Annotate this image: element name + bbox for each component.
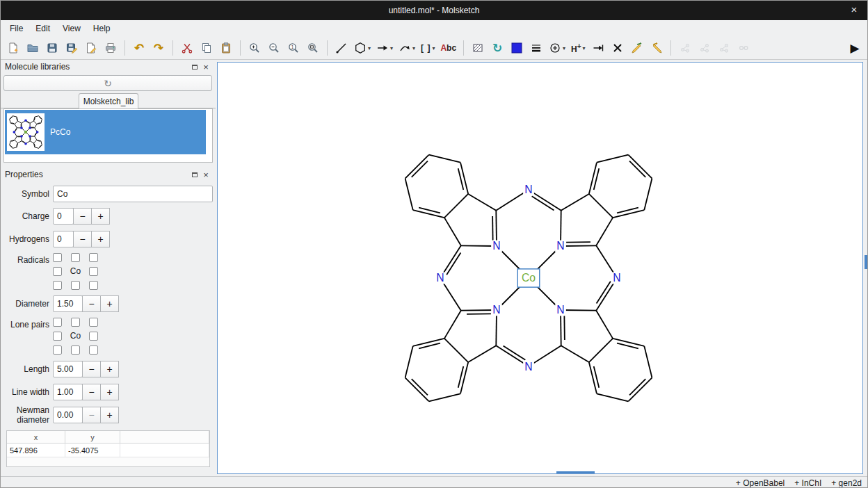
line-width-input[interactable]	[53, 384, 83, 400]
menu-help[interactable]: Help	[87, 22, 117, 35]
chevron-down-icon[interactable]: ▾	[432, 45, 435, 51]
drawing-canvas[interactable]: CoNNNNNNNN	[217, 62, 863, 474]
properties-dock-float-button[interactable]	[189, 170, 200, 179]
chevron-down-icon[interactable]: ▾	[583, 45, 586, 51]
copy-button[interactable]	[198, 38, 216, 58]
newman-increment-button[interactable]: +	[100, 407, 119, 423]
line-width-decrement-button[interactable]: −	[82, 384, 101, 400]
radical-checkbox[interactable]	[53, 253, 62, 262]
molecule-drawing: CoNNNNNNNN	[218, 63, 862, 473]
bracket-tool[interactable]: [ ]▾	[419, 38, 437, 58]
bond-modify-up-tool[interactable]	[628, 38, 646, 58]
radical-checkbox[interactable]	[53, 281, 62, 290]
toolbar-overflow-button[interactable]: ▶	[846, 38, 864, 58]
library-refresh-button[interactable]: ↻	[3, 75, 212, 91]
canvas-vertical-scrollbar[interactable]	[865, 255, 867, 269]
hydrogens-input[interactable]	[53, 231, 74, 247]
draw-bond-tool[interactable]	[332, 38, 351, 58]
chevron-down-icon[interactable]: ▾	[563, 45, 565, 51]
hydrogens-decrement-button[interactable]: −	[73, 231, 92, 247]
coord-y-header: y	[65, 431, 120, 443]
canvas-horizontal-scrollbar[interactable]	[556, 471, 595, 473]
length-input[interactable]	[53, 361, 83, 377]
library-dock-close-button[interactable]: ×	[200, 62, 211, 72]
hydrogens-increment-button[interactable]: +	[91, 231, 110, 247]
hydrogen-tool[interactable]: H+▾	[569, 38, 588, 58]
chevron-down-icon[interactable]: ▾	[390, 45, 393, 51]
library-dock-float-button[interactable]	[189, 62, 200, 72]
text-tool[interactable]: Abc	[438, 38, 458, 58]
charge-input[interactable]	[53, 208, 74, 225]
new-file-button[interactable]	[4, 38, 22, 58]
lone-pair-checkbox[interactable]	[53, 345, 62, 355]
library-item-pcco[interactable]: PcCo	[5, 110, 206, 154]
radical-checkbox[interactable]	[89, 267, 98, 276]
menu-edit[interactable]: Edit	[29, 22, 56, 35]
print-button[interactable]	[102, 38, 120, 58]
rotate-tool[interactable]: ↻	[488, 38, 506, 58]
radical-checkbox[interactable]	[89, 253, 98, 262]
radical-checkbox[interactable]	[89, 281, 98, 290]
lone-pair-checkbox[interactable]	[89, 318, 98, 327]
length-increment-button[interactable]: +	[100, 361, 119, 377]
delete-tool[interactable]	[609, 38, 627, 58]
ring-tool[interactable]: ▾	[352, 38, 373, 58]
diameter-input[interactable]	[53, 295, 83, 312]
menu-file[interactable]: File	[3, 22, 29, 35]
zoom-original-button[interactable]: 1	[284, 38, 303, 58]
zoom-out-button[interactable]	[265, 38, 283, 58]
left-dock-area: Molecule libraries × ↻ Molsketch_lib PcC…	[1, 60, 216, 476]
charge-icon	[549, 42, 561, 54]
chevron-down-icon[interactable]: ▾	[368, 45, 371, 51]
radical-checkbox[interactable]	[71, 281, 80, 290]
radical-checkbox[interactable]	[71, 253, 80, 262]
color-swatch-button[interactable]	[508, 38, 526, 58]
newman-decrement-button[interactable]: −	[82, 407, 101, 423]
color-swatch-icon	[511, 42, 523, 54]
length-decrement-button[interactable]: −	[82, 361, 101, 377]
reaction-arrow-tool[interactable]: ▾	[374, 38, 395, 58]
undo-button[interactable]: ↶	[130, 38, 148, 58]
diameter-decrement-button[interactable]: −	[82, 295, 101, 312]
line-width-increment-button[interactable]: +	[100, 384, 119, 400]
lone-pair-checkbox[interactable]	[89, 345, 98, 355]
zoom-fit-button[interactable]	[304, 38, 322, 58]
open-file-button[interactable]	[24, 38, 42, 58]
zoom-in-button[interactable]	[246, 38, 264, 58]
electron-flow-tool[interactable]	[589, 38, 607, 58]
copy-icon	[200, 42, 213, 54]
coord-y-value[interactable]: -35.4075	[65, 444, 120, 457]
save-as-button[interactable]	[63, 38, 81, 58]
symbol-input[interactable]	[53, 186, 213, 202]
charge-decrement-button[interactable]: −	[73, 208, 92, 225]
export-button[interactable]	[82, 38, 100, 58]
toolbar-separator	[670, 40, 671, 56]
curved-arrow-tool[interactable]: ▾	[396, 38, 417, 58]
line-width-button[interactable]	[527, 38, 545, 58]
lone-pair-checkbox[interactable]	[53, 318, 62, 327]
save-button[interactable]	[43, 38, 61, 58]
charge-increment-button[interactable]: +	[91, 208, 110, 225]
radical-checkbox[interactable]	[53, 267, 62, 276]
library-item-label: PcCo	[50, 127, 70, 137]
lone-pair-checkbox[interactable]	[53, 332, 62, 341]
window-close-button[interactable]: ×	[848, 4, 860, 15]
lone-pair-checkbox[interactable]	[71, 318, 80, 327]
hatch-tool[interactable]	[469, 38, 487, 58]
bond-modify-down-tool[interactable]	[648, 38, 666, 58]
redo-button[interactable]: ↷	[150, 38, 168, 58]
lone-pair-checkbox[interactable]	[89, 332, 98, 341]
lone-pair-checkbox[interactable]	[71, 345, 80, 355]
lone-pairs-center-atom: Co	[70, 332, 81, 341]
paste-button[interactable]	[217, 38, 235, 58]
openbabel-symmetry-button	[734, 38, 753, 58]
chevron-down-icon[interactable]: ▾	[412, 45, 415, 51]
coord-x-value[interactable]: 547.896	[7, 444, 65, 457]
tab-molsketch-lib[interactable]: Molsketch_lib	[79, 93, 138, 108]
diameter-increment-button[interactable]: +	[100, 295, 119, 312]
menu-view[interactable]: View	[56, 22, 87, 35]
charge-tool[interactable]: ▾	[547, 38, 568, 58]
properties-dock-close-button[interactable]: ×	[200, 170, 211, 179]
cut-button[interactable]	[178, 38, 196, 58]
newman-diameter-input[interactable]	[53, 407, 83, 423]
